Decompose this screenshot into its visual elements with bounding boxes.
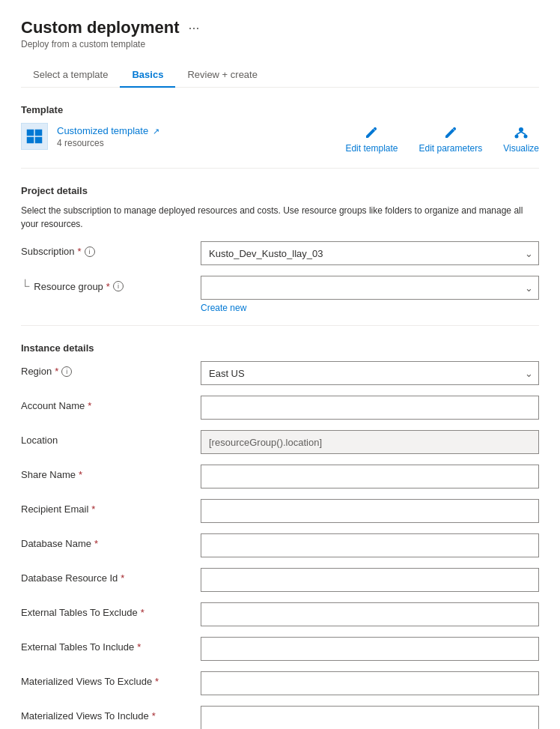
tab-bar: Select a template Basics Review + create (21, 63, 539, 88)
recipient-email-row: Recipient Email * (21, 499, 539, 523)
database-resource-id-row: Database Resource Id * (21, 568, 539, 592)
account-name-control (201, 396, 539, 420)
svg-rect-2 (27, 137, 34, 143)
account-name-label: Account Name * (21, 396, 201, 411)
materialized-views-exclude-control (201, 671, 539, 695)
database-name-label: Database Name * (21, 533, 201, 549)
region-info-icon[interactable]: i (61, 366, 72, 377)
share-name-row: Share Name * (21, 465, 539, 488)
external-tables-exclude-input[interactable] (201, 602, 539, 626)
resource-group-select[interactable] (201, 276, 539, 300)
divider-2 (21, 325, 539, 326)
external-tables-include-control (201, 637, 539, 661)
subscription-select[interactable]: Kusto_Dev_Kusto_llay_03 (201, 241, 539, 265)
database-name-control (201, 533, 539, 557)
svg-line-7 (517, 132, 521, 135)
region-label: Region * i (21, 361, 201, 377)
template-info: Customized template ↗ 4 resources (57, 125, 159, 148)
instance-details-label: Instance details (21, 342, 539, 354)
recipient-email-control (201, 499, 539, 523)
resource-group-label: Resource group (34, 281, 103, 292)
svg-point-5 (515, 135, 519, 139)
resource-group-info-icon[interactable]: i (113, 281, 124, 291)
svg-line-8 (521, 132, 526, 135)
external-tables-include-label: External Tables To Include * (21, 637, 201, 653)
edit-template-button[interactable]: Edit template (345, 125, 398, 154)
account-name-input[interactable] (201, 396, 539, 420)
edit-parameters-label: Edit parameters (419, 143, 482, 154)
tab-basics[interactable]: Basics (120, 63, 175, 88)
materialized-views-include-label: Materialized Views To Include * (21, 706, 201, 722)
database-name-row: Database Name * (21, 533, 539, 557)
subscription-row: Subscription * i Kusto_Dev_Kusto_llay_03… (21, 241, 539, 265)
svg-point-6 (524, 135, 528, 139)
svg-point-4 (519, 127, 523, 132)
subscription-label: Subscription * i (21, 241, 201, 257)
external-tables-include-input[interactable] (201, 637, 539, 661)
location-label: Location (21, 430, 201, 446)
location-input[interactable] (201, 430, 539, 454)
materialized-views-include-input[interactable] (201, 706, 539, 729)
external-tables-exclude-label: External Tables To Exclude * (21, 602, 201, 618)
create-new-resource-group-link[interactable]: Create new (201, 303, 246, 313)
subscription-info-icon[interactable]: i (85, 246, 95, 257)
svg-rect-0 (27, 130, 34, 136)
external-tables-exclude-control (201, 602, 539, 626)
template-link[interactable]: Customized template ↗ (57, 125, 159, 136)
materialized-views-exclude-row: Materialized Views To Exclude * (21, 671, 539, 695)
divider-1 (21, 168, 539, 169)
page-title: Custom deployment (21, 18, 179, 37)
external-tables-exclude-row: External Tables To Exclude * (21, 602, 539, 626)
external-tables-include-row: External Tables To Include * (21, 637, 539, 661)
svg-rect-1 (35, 130, 42, 136)
resource-group-label-wrapper: └ Resource group * i (21, 276, 201, 292)
visualize-button[interactable]: Visualize (503, 125, 539, 154)
edit-template-label: Edit template (345, 143, 398, 154)
database-resource-id-control (201, 568, 539, 592)
tab-review-create[interactable]: Review + create (175, 63, 270, 88)
svg-rect-3 (35, 137, 42, 143)
recipient-email-input[interactable] (201, 499, 539, 523)
resource-group-required: * (106, 281, 110, 292)
resource-group-control: ⌄ Create new (201, 276, 539, 313)
materialized-views-exclude-label: Materialized Views To Exclude * (21, 671, 201, 687)
share-name-label: Share Name * (21, 465, 201, 480)
template-section-label: Template (21, 104, 539, 115)
materialized-views-exclude-input[interactable] (201, 671, 539, 695)
materialized-views-include-control (201, 706, 539, 729)
template-icon (21, 123, 48, 150)
edit-parameters-button[interactable]: Edit parameters (419, 125, 482, 154)
location-control (201, 430, 539, 454)
template-actions: Edit template Edit parameters Visualize (345, 125, 539, 154)
subscription-control: Kusto_Dev_Kusto_llay_03 ⌄ (201, 241, 539, 265)
subscription-required: * (78, 246, 82, 257)
recipient-email-label: Recipient Email * (21, 499, 201, 515)
database-resource-id-input[interactable] (201, 568, 539, 592)
resource-group-row: └ Resource group * i ⌄ Create new (21, 276, 539, 313)
share-name-input[interactable] (201, 465, 539, 488)
account-name-row: Account Name * (21, 396, 539, 420)
region-control: East US ⌄ (201, 361, 539, 385)
database-name-input[interactable] (201, 533, 539, 557)
tab-select-template[interactable]: Select a template (21, 63, 120, 88)
more-options-button[interactable]: ··· (185, 20, 202, 36)
project-details-label: Project details (21, 185, 539, 196)
template-resources: 4 resources (57, 138, 159, 148)
share-name-control (201, 465, 539, 488)
project-description: Select the subscription to manage deploy… (21, 204, 539, 231)
location-row: Location (21, 430, 539, 454)
page-subtitle: Deploy from a custom template (21, 39, 539, 49)
materialized-views-include-row: Materialized Views To Include * (21, 706, 539, 729)
visualize-label: Visualize (503, 143, 539, 154)
region-select[interactable]: East US (201, 361, 539, 385)
database-resource-id-label: Database Resource Id * (21, 568, 201, 584)
external-link-icon: ↗ (153, 127, 159, 136)
region-row: Region * i East US ⌄ (21, 361, 539, 385)
